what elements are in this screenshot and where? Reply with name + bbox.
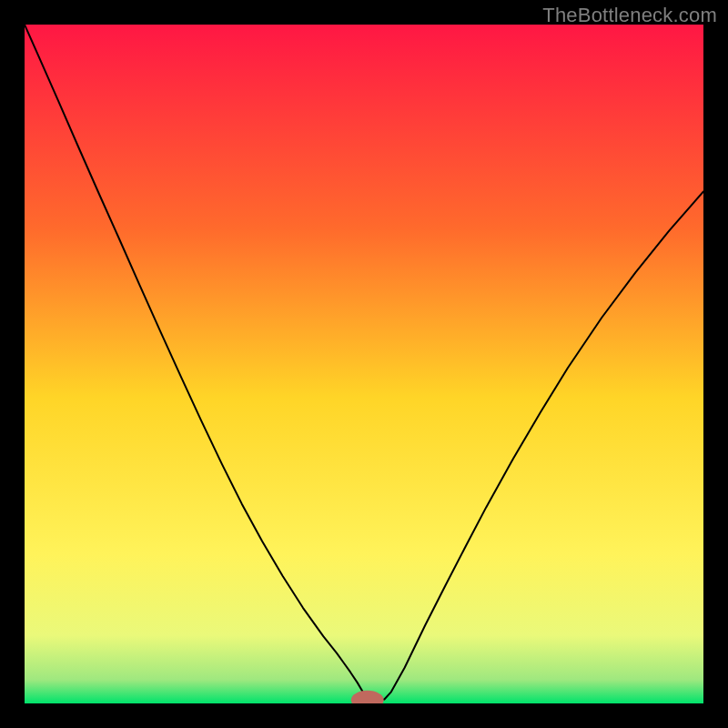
- chart-svg: [25, 25, 703, 703]
- gradient-bg: [25, 25, 703, 703]
- watermark-label: TheBottleneck.com: [542, 4, 717, 27]
- chart-container: TheBottleneck.com: [0, 0, 728, 728]
- plot-area: [25, 25, 703, 703]
